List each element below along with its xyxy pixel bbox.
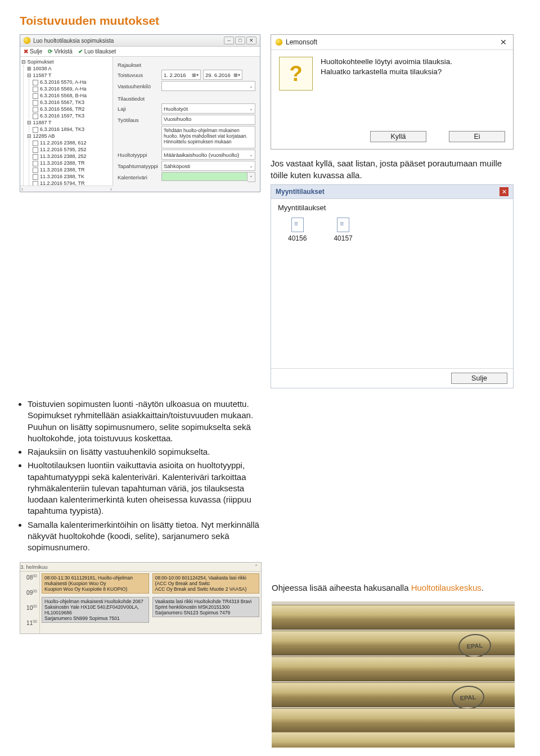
- chevron-up-icon[interactable]: ˄: [255, 564, 261, 570]
- chevron-down-icon: ⌄: [249, 152, 253, 157]
- calendar-snippet: 3. helmikuu ˄ 0800 0900 1000 1100 08:00-…: [20, 562, 262, 634]
- window-minimize-icon[interactable]: –: [224, 37, 234, 44]
- more-info-text: Ohjeessa lisää aiheesta hakusanalla Huol…: [272, 582, 520, 594]
- calendar-event[interactable]: Vaakasta lasi rikki Huoltokohde TR4319 B…: [152, 597, 260, 617]
- select-laji[interactable]: Huoltotyöt⌄: [161, 103, 255, 114]
- date-from[interactable]: 1. 2.2016▦▾: [161, 70, 201, 80]
- dialog-open-orders: Lemonsoft ✕ ? Huoltokohteelle löytyi avo…: [271, 34, 514, 150]
- app-icon: [276, 39, 282, 46]
- window-create-from-contracts: Luo huoltotilauksia sopimuksista – □ ✕ ✖…: [20, 34, 260, 192]
- close-icon[interactable]: ✕: [498, 38, 508, 47]
- calendar-event[interactable]: 08:00-11:30 611129181, Huolto-ohjelman m…: [42, 573, 149, 594]
- label-huoltotyyppi: Huoltotyyppi: [118, 152, 159, 158]
- calendar-icon[interactable]: ▦▾: [192, 73, 199, 78]
- yes-button[interactable]: Kyllä: [370, 131, 426, 142]
- group-order-info: Tilaustiedot: [118, 96, 255, 102]
- page-title: Toistuvuuden muutokset: [20, 14, 520, 28]
- order-id: 40156: [288, 234, 307, 242]
- label-tyotilaus: Työtilaus: [118, 117, 159, 123]
- label-toistuvuus: Toistuvuus: [118, 72, 159, 78]
- create-orders-button[interactable]: ✔Luo tilaukset: [78, 48, 116, 55]
- close-button[interactable]: ✖Sulje: [24, 48, 42, 55]
- close-icon[interactable]: ✕: [500, 187, 508, 196]
- photo-pallets: EPAL EPAL: [272, 601, 515, 748]
- window-title: Myyntitilaukset: [276, 188, 325, 196]
- calendar-time-axis: 0800 0900 1000 1100: [20, 572, 40, 633]
- window-sales-orders: Myyntitilaukset ✕ Myyntitilaukset 40156 …: [271, 184, 514, 388]
- contracts-tree[interactable]: ⊟ Sopimukset ⊞ 10038 A ⊟ 11587 T 6.3.201…: [20, 57, 113, 185]
- document-icon: [337, 218, 349, 232]
- calendar-event[interactable]: Huolto-ohjelman mukaisesti Huoltokohde 2…: [42, 597, 149, 623]
- chevron-down-icon[interactable]: ⌄: [248, 172, 255, 182]
- app-icon: [24, 37, 30, 44]
- date-to[interactable]: 29. 6.2016▦▾: [203, 70, 242, 80]
- chevron-down-icon: ⌄: [249, 106, 253, 111]
- order-id: 40157: [334, 234, 352, 242]
- select-kalentervari[interactable]: [161, 172, 248, 181]
- refresh-button[interactable]: ⟳Virkistä: [48, 48, 73, 55]
- close-button[interactable]: Sulje: [451, 373, 507, 384]
- label-tapahtumatyyppi: Tapahtumatyyppi: [118, 163, 159, 169]
- calendar-event[interactable]: 08:00-10:00 601124254, Vaakasta lasi rik…: [152, 573, 260, 594]
- form-pane: Rajaukset Toistuvuus 1. 2.2016▦▾ 29. 6.2…: [113, 57, 260, 192]
- document-icon: [291, 218, 304, 232]
- aside-text: Jos vastaat kyllä, saat listan, josta pä…: [271, 157, 520, 181]
- link-huoltotilauskeskus[interactable]: Huoltotilauskeskus: [411, 583, 482, 592]
- body-text-main: Toistuvien sopimusten luonti -näytön ulk…: [20, 399, 262, 553]
- order-item[interactable]: 40156: [288, 218, 307, 242]
- select-tapahtumatyyppi[interactable]: Sähköposti⌄: [161, 161, 255, 171]
- tree-scrollbar[interactable]: ‹›: [20, 185, 113, 192]
- order-item[interactable]: 40157: [334, 218, 352, 242]
- window-close-icon[interactable]: ✕: [246, 37, 256, 44]
- label-laji: Laji: [118, 106, 159, 112]
- chevron-down-icon: ⌄: [249, 84, 253, 89]
- check-icon: ✔: [78, 48, 83, 55]
- dialog-message: Huoltokohteelle löytyi avoimia tilauksia…: [321, 57, 452, 90]
- calendar-icon[interactable]: ▦▾: [233, 73, 240, 78]
- label-vastuuhenkilo: Vastuuhenkilö: [118, 83, 159, 89]
- select-huoltotyyppi[interactable]: Määräaikaishuolto (vuosihuolto)⌄: [161, 150, 255, 160]
- select-vastuuhenkilo[interactable]: ⌄: [161, 81, 255, 91]
- refresh-icon: ⟳: [48, 48, 52, 55]
- label-kalentervari: Kalenteriväri: [118, 174, 159, 180]
- window-title: Luo huoltotilauksia sopimuksista: [33, 38, 114, 44]
- no-button[interactable]: Ei: [449, 131, 505, 142]
- textarea-description[interactable]: Tehdään huolto-ohjelman mukainen huolto.…: [161, 126, 255, 148]
- group-filters: Rajaukset: [118, 62, 255, 68]
- calendar-date-header: 3. helmikuu: [20, 564, 48, 570]
- dialog-title: Lemonsoft: [286, 38, 317, 46]
- close-icon: ✖: [24, 48, 28, 55]
- window-maximize-icon[interactable]: □: [235, 37, 245, 44]
- section-heading: Myyntitilaukset: [278, 203, 506, 212]
- chevron-down-icon: ⌄: [249, 164, 253, 169]
- question-icon: ?: [279, 57, 313, 90]
- input-tyotilaus[interactable]: Vuosihuolto: [161, 115, 255, 125]
